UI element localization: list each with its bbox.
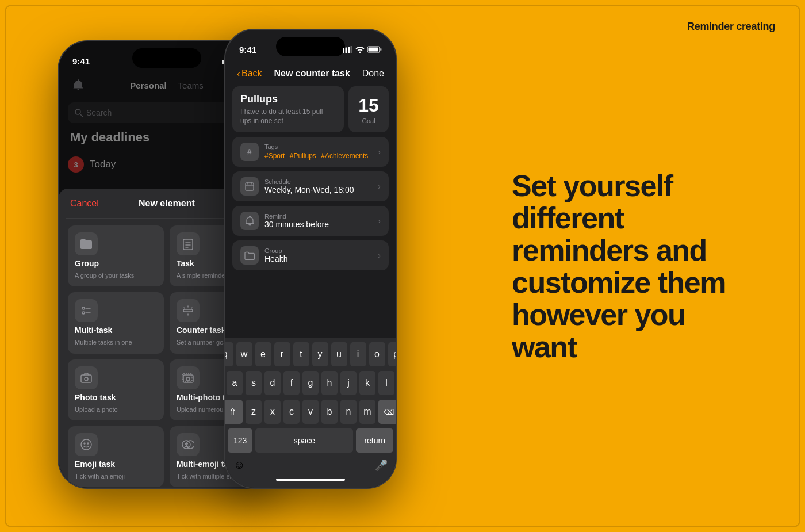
key-o[interactable]: o xyxy=(369,342,385,366)
keyboard-row-2: a s d f g h j k l xyxy=(228,371,393,395)
return-key[interactable]: return xyxy=(356,428,393,453)
multi-photo-icon xyxy=(177,366,200,389)
multi-emoji-icon xyxy=(177,433,200,456)
bell-remind-icon xyxy=(240,212,259,230)
shift-key[interactable]: ⇧ xyxy=(225,400,243,424)
goal-label: Goal xyxy=(362,117,375,124)
key-s[interactable]: s xyxy=(246,371,262,395)
key-q[interactable]: q xyxy=(225,342,233,366)
task-title: Pullups xyxy=(240,93,336,105)
remind-row[interactable]: Remind 30 minutes before › xyxy=(232,206,389,236)
back-button[interactable]: ‹ Back xyxy=(237,68,262,80)
chevron-right-icon: › xyxy=(378,251,381,260)
tags-label: Tags xyxy=(264,143,372,150)
tags-content: Tags #Sport #Pullups #Achievements xyxy=(264,143,372,160)
keyboard-emoji-row: ☺ 🎤 xyxy=(228,455,393,475)
chevron-right-icon: › xyxy=(378,147,381,156)
done-button[interactable]: Done xyxy=(362,68,384,79)
chevron-left-icon: ‹ xyxy=(237,68,240,80)
goal-box[interactable]: 15 Goal xyxy=(348,86,389,132)
key-c[interactable]: c xyxy=(283,400,300,424)
form-rows: # Tags #Sport #Pullups #Achievements › xyxy=(232,137,389,275)
key-t[interactable]: t xyxy=(293,342,309,366)
photo-icon xyxy=(75,366,98,389)
chevron-right-icon: › xyxy=(378,216,381,225)
key-y[interactable]: y xyxy=(312,342,328,366)
key-l[interactable]: l xyxy=(378,371,394,395)
key-k[interactable]: k xyxy=(359,371,375,395)
chevron-right-icon: › xyxy=(378,182,381,191)
list-item[interactable]: Photo task Upload a photo xyxy=(68,359,164,420)
key-w[interactable]: w xyxy=(236,342,252,366)
group-row[interactable]: Group Health › xyxy=(232,240,389,270)
group-label: Group xyxy=(264,247,372,254)
tag-sport: #Sport xyxy=(264,152,285,160)
remind-label: Remind xyxy=(264,213,372,220)
svg-point-28 xyxy=(84,443,85,444)
list-item[interactable]: Group A group of your tasks xyxy=(68,225,164,286)
svg-point-33 xyxy=(187,443,188,445)
svg-rect-0 xyxy=(222,60,224,64)
svg-point-13 xyxy=(82,307,85,309)
emoji-button[interactable]: ☺ xyxy=(233,458,245,472)
schedule-content: Schedule Weekly, Mon-Wed, 18:00 xyxy=(264,178,372,194)
delete-key[interactable]: ⌫ xyxy=(378,400,396,424)
remind-content: Remind 30 minutes before xyxy=(264,213,372,229)
svg-rect-17 xyxy=(183,309,193,312)
svg-line-21 xyxy=(191,308,192,308)
phone-2-status-icons xyxy=(343,46,382,53)
key-h[interactable]: h xyxy=(321,371,338,395)
item-label: Multi-task xyxy=(75,326,112,335)
cancel-button[interactable]: Cancel xyxy=(70,198,99,209)
svg-rect-39 xyxy=(369,48,378,52)
key-f[interactable]: f xyxy=(283,371,300,395)
key-x[interactable]: x xyxy=(264,400,281,424)
key-a[interactable]: a xyxy=(227,371,243,395)
counter-icon xyxy=(177,299,200,322)
key-p[interactable]: p xyxy=(388,342,396,366)
item-desc: Upload a photo xyxy=(75,405,118,414)
key-u[interactable]: u xyxy=(331,342,347,366)
space-key[interactable]: space xyxy=(255,428,353,453)
svg-rect-22 xyxy=(81,375,91,382)
tag-pullups: #Pullups xyxy=(290,152,316,160)
svg-rect-41 xyxy=(246,183,254,190)
svg-rect-36 xyxy=(348,47,350,53)
tags-values: #Sport #Pullups #Achievements xyxy=(264,150,372,160)
tags-row[interactable]: # Tags #Sport #Pullups #Achievements › xyxy=(232,137,389,167)
nav-title: New counter task xyxy=(274,68,350,79)
key-n[interactable]: n xyxy=(340,400,356,424)
mic-button[interactable]: 🎤 xyxy=(375,459,388,472)
key-b[interactable]: b xyxy=(321,400,338,424)
key-g[interactable]: g xyxy=(302,371,319,395)
key-v[interactable]: v xyxy=(302,400,319,424)
key-e[interactable]: e xyxy=(255,342,271,366)
list-item[interactable]: Multi-task Multiple tasks in one xyxy=(68,292,164,353)
phones-container: 9:41 xyxy=(34,17,471,512)
svg-point-29 xyxy=(87,443,89,444)
key-i[interactable]: i xyxy=(350,342,366,366)
key-d[interactable]: d xyxy=(264,371,281,395)
key-m[interactable]: m xyxy=(359,400,375,424)
item-label: Emoji task xyxy=(75,460,115,469)
phone-2-screen: 9:41 xyxy=(225,30,396,488)
battery-icon-2 xyxy=(367,46,382,53)
phone-2-status-bar: 9:41 xyxy=(225,30,396,61)
item-label: Photo task xyxy=(75,393,116,402)
home-indicator-2 xyxy=(276,479,345,481)
list-item[interactable]: Emoji task Tick with an emoji xyxy=(68,426,164,487)
keyboard-row-1: q w e r t y u i o p xyxy=(228,342,393,366)
key-z[interactable]: z xyxy=(246,400,262,424)
task-title-box[interactable]: Pullups I have to do at least 15 pull up… xyxy=(232,86,344,132)
numbers-key[interactable]: 123 xyxy=(228,428,252,453)
svg-rect-37 xyxy=(351,46,352,53)
hero-text: Set yourself different reminders and cus… xyxy=(512,169,753,363)
keyboard-row-bottom: 123 space return xyxy=(228,428,393,453)
key-j[interactable]: j xyxy=(340,371,356,395)
phone-2-time: 9:41 xyxy=(239,45,256,55)
tags-icon: # xyxy=(240,143,259,161)
svg-point-32 xyxy=(185,443,186,445)
back-label: Back xyxy=(241,68,262,79)
key-r[interactable]: r xyxy=(274,342,290,366)
schedule-row[interactable]: Schedule Weekly, Mon-Wed, 18:00 › xyxy=(232,171,389,201)
